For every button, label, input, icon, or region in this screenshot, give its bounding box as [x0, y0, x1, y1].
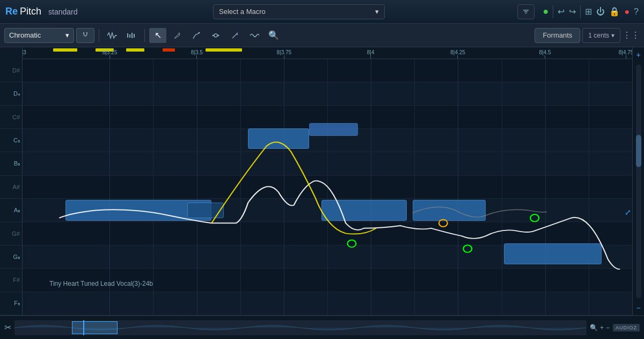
svg-point-13 — [218, 34, 219, 36]
pencil-tool-button[interactable] — [169, 28, 186, 43]
note-block-a3-right[interactable] — [413, 200, 486, 220]
vline-10 — [502, 59, 502, 315]
vline-9 — [458, 59, 458, 315]
right-panel: + − — [632, 47, 644, 315]
timeline-mark-2: 8|3.25 — [103, 49, 118, 59]
timeline-mark-3: 8|3.5 — [191, 49, 203, 59]
waveform-selection — [72, 321, 118, 334]
zoom-out-v-button[interactable]: − — [636, 304, 640, 312]
search-tool-button[interactable]: 🔍 — [265, 28, 282, 43]
vline-8 — [414, 59, 415, 315]
note-block-g3-right[interactable] — [504, 243, 602, 264]
wf-indicator-3 — [126, 48, 144, 52]
magnet-button[interactable] — [76, 28, 94, 43]
timeline-mark-5: 8|4 — [367, 49, 375, 59]
logo-re: Re — [5, 6, 18, 17]
vline-2 — [153, 59, 153, 315]
piano-key-f3[interactable]: F₃ — [0, 292, 22, 315]
wave-tool-button[interactable] — [246, 28, 263, 43]
zoom-in-button[interactable]: + — [600, 324, 604, 331]
waveform-tool-button[interactable] — [104, 28, 121, 43]
scale-arrow: ▾ — [65, 31, 69, 39]
vline-5 — [284, 59, 284, 315]
zoom-out-button[interactable]: − — [606, 324, 610, 331]
cents-value: 1 cents — [588, 32, 609, 39]
vertical-scrollbar-track[interactable] — [636, 64, 641, 298]
scale-label: Chromatic — [9, 31, 41, 39]
knife-tool-button[interactable] — [226, 28, 244, 43]
toolbar-sep-2 — [144, 29, 145, 42]
svg-point-11 — [214, 34, 217, 37]
svg-rect-5 — [127, 33, 128, 38]
redo-button[interactable]: ↪ — [569, 6, 576, 17]
piano-key-fsharp[interactable]: F# — [0, 269, 22, 292]
grid-button[interactable]: ⊞ — [585, 6, 592, 17]
draw-tool-button[interactable] — [188, 28, 205, 43]
zoom-fit-icon[interactable]: ⤢ — [625, 208, 631, 217]
vline-1 — [109, 59, 110, 315]
svg-line-15 — [237, 34, 238, 35]
macro-filter-btn[interactable] — [517, 4, 535, 19]
wf-indicator-1 — [53, 48, 77, 52]
spectral-tool-button[interactable] — [123, 28, 140, 43]
note-block-a3-mid-right[interactable] — [321, 200, 407, 220]
piano-key-a3[interactable]: A₃ — [0, 199, 22, 222]
macro-label: Select a Macro — [219, 8, 266, 16]
note-block-a3-handle[interactable] — [187, 203, 224, 218]
waveform-playhead — [83, 320, 84, 335]
app-header: RePitch standard Select a Macro ▾ ● ↩ ↪ … — [0, 0, 644, 24]
piano-key-c3[interactable]: C₃ — [0, 129, 22, 152]
svg-point-12 — [213, 34, 214, 36]
timeline-mark-6: 8|4.25 — [450, 49, 465, 59]
note-block-c3-main[interactable] — [248, 128, 309, 149]
toolbar-sep-1 — [99, 29, 99, 42]
divider-1 — [553, 5, 553, 18]
track-status: Tiny Heart Tuned Lead Vocal(3)-24b — [49, 280, 153, 287]
logo-pitch: Pitch — [20, 6, 41, 17]
wf-indicator-5 — [206, 48, 242, 52]
vline-3 — [197, 59, 197, 315]
more-options-button[interactable]: ⋮⋮ — [623, 28, 640, 43]
note-grid-container: Tiny Heart Tuned Lead Vocal(3)-24b — [23, 59, 632, 315]
undo-button[interactable]: ↩ — [558, 6, 565, 17]
scale-dropdown[interactable]: Chromatic ▾ — [4, 28, 74, 43]
svg-rect-7 — [131, 33, 133, 38]
timeline-mark-8: 8|4.75 — [619, 49, 632, 59]
vline-7 — [371, 59, 371, 315]
piano-key-b3[interactable]: B₃ — [0, 152, 22, 175]
piano-key-dsharp[interactable]: D# — [0, 59, 22, 82]
select-tool-button[interactable]: ↖ — [149, 28, 166, 43]
piano-key-csharp[interactable]: C# — [0, 106, 22, 129]
zoom-icon: 🔍 — [590, 324, 598, 331]
bottom-transport-bar: ✂ 🔍 + − AUDIOZ — [0, 315, 644, 339]
piano-key-gsharp[interactable]: G# — [0, 222, 22, 246]
main-editor: D# D₄ C# C₃ B₃ A# A₃ G# G₃ F# F₃ 8|3 8|3… — [0, 47, 644, 315]
waveform-overview[interactable] — [14, 320, 587, 335]
help-button[interactable]: ? — [634, 7, 639, 17]
record-button[interactable]: ● — [624, 7, 630, 17]
pitch-editor-grid[interactable]: 8|3 8|3.25 8|3.5 8|3.75 8|4 8|4.25 — [23, 47, 632, 315]
zoom-in-v-button[interactable]: + — [636, 51, 640, 59]
timeline-mark-4: 8|3.75 — [277, 49, 292, 59]
divider-2 — [580, 5, 581, 18]
piano-key-asharp[interactable]: A# — [0, 176, 22, 199]
macro-dropdown[interactable]: Select a Macro ▾ — [213, 4, 385, 19]
vline-11 — [545, 59, 546, 315]
timeline-mark-1: 8|3 — [23, 49, 26, 59]
main-toolbar: Chromatic ▾ ↖ 🔍 Formants 1 cents — [0, 24, 644, 47]
audioz-badge: AUDIOZ — [613, 324, 640, 331]
lock-button[interactable]: 🔒 — [609, 6, 620, 17]
piano-key-g3[interactable]: G₃ — [0, 246, 22, 269]
node-tool-button[interactable] — [207, 28, 224, 43]
formants-button[interactable]: Formants — [535, 28, 580, 43]
svg-rect-8 — [134, 34, 135, 38]
power-button[interactable]: ⏻ — [596, 7, 605, 17]
piano-key-d4[interactable]: D₄ — [0, 82, 22, 105]
vertical-scrollbar-thumb[interactable] — [636, 135, 641, 167]
cents-display: 1 cents ▾ — [582, 28, 620, 43]
note-block-c3-handle[interactable] — [309, 123, 358, 136]
vline-6 — [327, 59, 328, 315]
vline-12 — [589, 59, 589, 315]
app-logo: RePitch standard — [5, 6, 78, 17]
scissors-icon[interactable]: ✂ — [4, 322, 11, 333]
